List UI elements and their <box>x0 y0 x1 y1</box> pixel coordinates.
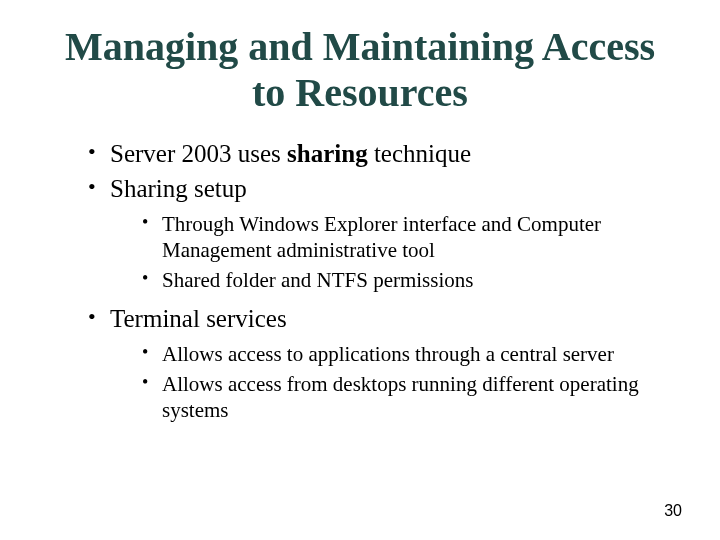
bullet-2-text: Sharing setup <box>110 175 247 202</box>
slide-title: Managing and Maintaining Access to Resou… <box>60 24 660 116</box>
slide: Managing and Maintaining Access to Resou… <box>0 0 720 540</box>
page-number: 30 <box>664 502 682 520</box>
bullet-3-sub-2: Allows access from desktops running diff… <box>142 371 660 424</box>
bullet-3-sublist: Allows access to applications through a … <box>110 341 660 424</box>
bullet-list: Server 2003 uses sharing technique Shari… <box>60 138 660 423</box>
bullet-2: Sharing setup Through Windows Explorer i… <box>88 173 660 293</box>
bullet-2-sublist: Through Windows Explorer interface and C… <box>110 211 660 294</box>
bullet-2-sub-1: Through Windows Explorer interface and C… <box>142 211 660 264</box>
bullet-1-bold: sharing <box>287 140 368 167</box>
bullet-1-pre: Server 2003 uses <box>110 140 287 167</box>
bullet-3-text: Terminal services <box>110 305 287 332</box>
bullet-1: Server 2003 uses sharing technique <box>88 138 660 169</box>
bullet-3: Terminal services Allows access to appli… <box>88 303 660 423</box>
bullet-3-sub-1: Allows access to applications through a … <box>142 341 660 367</box>
bullet-1-post: technique <box>368 140 471 167</box>
bullet-2-sub-2: Shared folder and NTFS permissions <box>142 267 660 293</box>
